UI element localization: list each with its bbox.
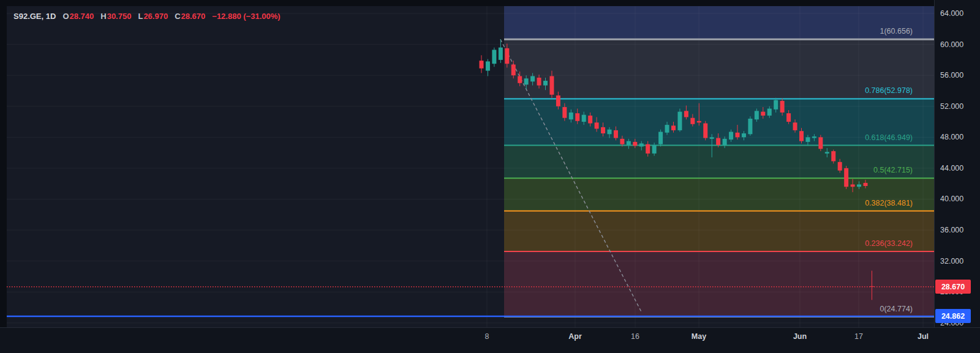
candle-body — [562, 107, 567, 118]
candle-body — [601, 127, 605, 133]
price-axis[interactable]: 64.00060.00056.00052.00048.00044.00040.0… — [934, 0, 980, 353]
candle-body — [710, 137, 714, 139]
candle-body — [793, 122, 797, 130]
price-axis-label: 44.000 — [940, 163, 963, 173]
candle-body — [755, 111, 759, 119]
candle-body — [774, 100, 778, 110]
candle-body — [480, 61, 484, 69]
candle-body — [748, 119, 752, 134]
legend-change: −12.880 (−31.00%) — [212, 12, 280, 21]
candle-body — [844, 168, 848, 187]
candle-body — [614, 130, 618, 138]
candle-body — [761, 112, 765, 116]
candle-body — [511, 64, 516, 75]
fib-band — [504, 146, 934, 179]
price-axis-label: 32.000 — [940, 256, 963, 266]
candle-body — [716, 138, 720, 145]
candle-body — [505, 48, 509, 64]
candle-body — [838, 162, 842, 171]
candle-body — [671, 125, 676, 130]
candle-body — [556, 95, 560, 106]
candle-body — [582, 115, 586, 122]
candle-body — [723, 139, 727, 145]
candle-body — [684, 111, 688, 117]
time-axis-label: May — [680, 332, 717, 341]
candle-body — [646, 144, 650, 154]
candle-body — [658, 132, 663, 144]
candle-body — [729, 132, 733, 139]
candle-body — [524, 78, 529, 84]
horizontal-line-price-badge: 24.862 — [935, 309, 971, 323]
fib-label-0.618: 0.618(46.949) — [865, 133, 913, 142]
candle-body — [857, 184, 861, 187]
candle-body — [864, 183, 868, 186]
price-axis-label: 60.000 — [940, 40, 963, 50]
candle-body — [633, 142, 637, 146]
legend-open: O28.740 — [62, 12, 94, 21]
candle-body — [697, 121, 701, 123]
price-axis-label: 48.000 — [940, 132, 963, 142]
candle-body — [767, 109, 772, 116]
candle-body — [595, 122, 599, 128]
legend-low: L26.970 — [138, 12, 168, 21]
fib-label-0: 0(24.774) — [880, 305, 913, 313]
fib-label-0.5: 0.5(42.715) — [873, 166, 913, 174]
time-axis-label: Jul — [905, 332, 941, 341]
candle-body — [786, 113, 791, 122]
candle-body — [851, 184, 855, 187]
candle-body — [703, 124, 707, 138]
candle-body — [588, 116, 592, 124]
candle-body — [690, 118, 695, 124]
candle-body — [825, 152, 829, 154]
candle-body — [639, 143, 644, 146]
candle-body — [518, 76, 522, 83]
time-axis[interactable]: 8Apr16MayJun17Jul — [0, 327, 980, 353]
candle-body — [742, 133, 746, 137]
candle-body — [486, 61, 490, 70]
candle-body — [652, 145, 657, 154]
symbol-title[interactable]: S92.GE, 1D — [13, 12, 56, 21]
fib-label-1: 1(60.656) — [880, 27, 913, 35]
time-axis-label: 8 — [469, 332, 505, 341]
time-axis-label: Jun — [782, 332, 818, 341]
price-axis-label: 64.000 — [940, 9, 963, 18]
legend-high: H30.750 — [100, 12, 131, 21]
time-axis-label: 17 — [840, 332, 877, 341]
candle-body — [831, 151, 835, 161]
candle-body — [812, 136, 816, 138]
candle-body — [537, 78, 541, 86]
candle-body — [549, 76, 554, 94]
candle-body — [780, 101, 785, 113]
price-axis-label: 52.000 — [940, 102, 963, 111]
last-price-badge: 28.670 — [935, 280, 971, 294]
price-axis-label: 40.000 — [940, 194, 963, 204]
candle-body — [627, 141, 631, 145]
candle-body — [736, 133, 740, 138]
chart-legend[interactable]: S92.GE, 1D O28.740 H30.750 L26.970 C28.6… — [13, 12, 281, 21]
candle-body — [805, 137, 810, 142]
candle-body — [569, 113, 573, 119]
candle-body — [575, 113, 579, 121]
time-axis-label: 16 — [617, 332, 654, 341]
fib-label-0.236: 0.236(33.242) — [865, 239, 913, 248]
candle-body — [608, 130, 612, 135]
candle-body — [492, 50, 496, 64]
candle-body — [818, 137, 823, 149]
candle-body — [499, 48, 503, 60]
price-axis-label: 36.000 — [940, 225, 963, 235]
candle-body — [677, 112, 682, 130]
fib-label-0.382: 0.382(38.481) — [865, 199, 913, 207]
legend-close: C28.670 — [175, 12, 205, 21]
candle-body — [799, 131, 804, 141]
fib-band — [504, 6, 934, 39]
candle-body — [530, 76, 535, 81]
fib-label-0.786: 0.786(52.978) — [865, 86, 913, 95]
candle-body — [665, 125, 669, 133]
time-axis-label: Apr — [557, 332, 594, 341]
candle-body — [543, 81, 548, 86]
price-chart-canvas[interactable] — [0, 0, 980, 353]
candle-body — [620, 139, 624, 144]
price-axis-label: 56.000 — [940, 70, 963, 80]
